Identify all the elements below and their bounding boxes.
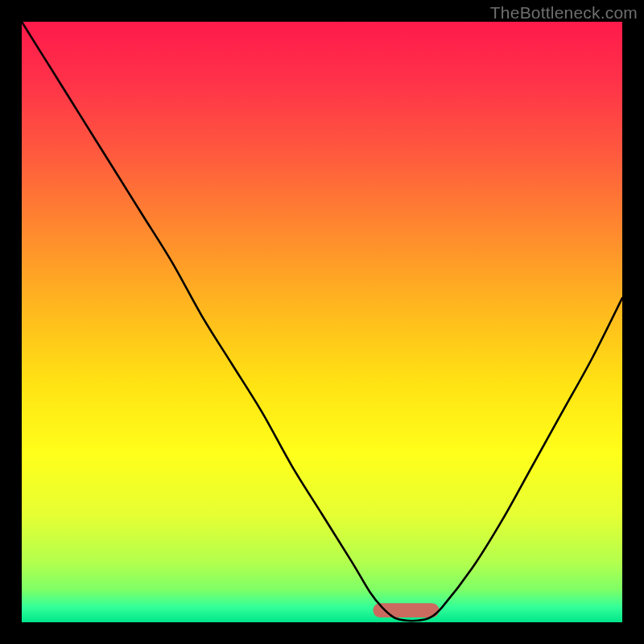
chart-frame: TheBottleneck.com — [0, 0, 644, 644]
plot-area — [22, 22, 622, 622]
svg-rect-0 — [22, 22, 622, 622]
background-gradient — [22, 22, 622, 622]
watermark-text: TheBottleneck.com — [490, 3, 638, 23]
